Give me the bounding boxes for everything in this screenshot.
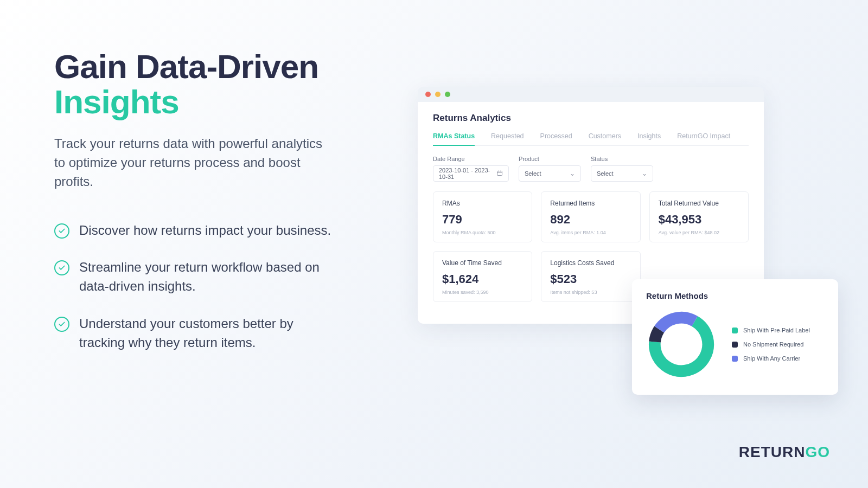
filter-status: Status Select ⌄ (591, 156, 653, 182)
window-titlebar (418, 87, 764, 102)
card-value: $43,953 (659, 213, 739, 227)
bullet-text: Discover how returns impact your busines… (79, 221, 331, 240)
card-title: Returned Items (550, 200, 631, 207)
tab-customers[interactable]: Customers (589, 132, 621, 145)
product-value: Select (525, 170, 541, 177)
calendar-icon (496, 170, 503, 178)
legend-label: Ship With Any Carrier (743, 355, 800, 362)
chevron-down-icon: ⌄ (570, 170, 575, 177)
legend-label: Ship With Pre-Paid Label (743, 327, 810, 333)
brand-text-2: GO (805, 444, 830, 460)
card-title: Logistics Costs Saved (550, 259, 631, 267)
product-select[interactable]: Select ⌄ (519, 165, 581, 182)
check-icon (54, 223, 69, 239)
date-range-value: 2023-10-01 - 2023-10-31 (439, 167, 496, 180)
tab-rmas-status[interactable]: RMAs Status (433, 132, 475, 145)
minimize-dot-icon[interactable] (435, 92, 441, 97)
maximize-dot-icon[interactable] (445, 92, 450, 97)
card-subtext: Monthly RMA quota: 500 (442, 230, 523, 235)
status-select[interactable]: Select ⌄ (591, 165, 653, 182)
card-value: $1,624 (442, 272, 523, 286)
brand-text-1: RETURN (739, 444, 806, 460)
card-title: RMAs (442, 200, 523, 207)
check-icon (54, 317, 69, 332)
card-logistics-saved: Logistics Costs Saved $523 Items not shi… (541, 251, 640, 302)
filters: Date Range 2023-10-01 - 2023-10-31 Produ… (433, 156, 749, 182)
bullet-item: Discover how returns impact your busines… (54, 221, 336, 240)
card-subtext: Items not shipped: 53 (550, 290, 631, 295)
tab-returngo-impact[interactable]: ReturnGO Impact (677, 132, 730, 145)
page-title: Returns Analytics (433, 113, 749, 124)
bullet-item: Understand your customers better by trac… (54, 314, 336, 352)
card-title: Value of Time Saved (442, 259, 523, 267)
donut-chart (646, 309, 717, 380)
card-subtext: Avg. items per RMA: 1.04 (550, 230, 631, 235)
filter-date-range: Date Range 2023-10-01 - 2023-10-31 (433, 156, 509, 182)
tabs: RMAs Status Requested Processed Customer… (433, 132, 749, 146)
headline-line1: Gain Data-Driven (54, 48, 318, 85)
filter-product: Product Select ⌄ (519, 156, 581, 182)
card-value: 892 (550, 213, 631, 227)
card-subtext: Avg. value per RMA: $48.02 (659, 230, 739, 235)
headline-line2: Insights (54, 84, 336, 119)
donut-body: Ship With Pre-Paid Label No Shipment Req… (646, 309, 824, 380)
tab-processed[interactable]: Processed (540, 132, 572, 145)
card-subtext: Minutes saved: 3,590 (442, 290, 523, 295)
filter-label: Status (591, 156, 653, 162)
card-time-saved: Value of Time Saved $1,624 Minutes saved… (433, 251, 532, 302)
bullet-text: Understand your customers better by trac… (79, 314, 336, 352)
subheadline: Track your returns data with powerful an… (54, 134, 336, 191)
swatch-icon (732, 328, 738, 333)
chevron-down-icon: ⌄ (642, 170, 647, 177)
legend-item: No Shipment Required (732, 341, 810, 348)
marketing-copy: Gain Data-Driven Insights Track your ret… (54, 49, 336, 371)
date-range-input[interactable]: 2023-10-01 - 2023-10-31 (433, 165, 509, 182)
headline: Gain Data-Driven Insights (54, 49, 336, 119)
donut-title: Return Methods (646, 291, 824, 300)
filter-label: Date Range (433, 156, 509, 162)
swatch-icon (732, 342, 738, 348)
card-rmas: RMAs 779 Monthly RMA quota: 500 (433, 191, 532, 242)
legend-item: Ship With Pre-Paid Label (732, 327, 810, 333)
status-value: Select (597, 170, 614, 177)
card-value: 779 (442, 213, 523, 227)
check-icon (54, 260, 69, 275)
tab-insights[interactable]: Insights (637, 132, 661, 145)
legend-label: No Shipment Required (743, 341, 803, 348)
svg-rect-0 (497, 171, 502, 175)
card-value: $523 (550, 272, 631, 286)
brand-logo: RETURNGO (739, 444, 830, 461)
tab-requested[interactable]: Requested (491, 132, 524, 145)
bullet-list: Discover how returns impact your busines… (54, 221, 336, 352)
swatch-icon (732, 356, 738, 362)
bullet-item: Streamline your return workflow based on… (54, 258, 336, 296)
card-returned-items: Returned Items 892 Avg. items per RMA: 1… (541, 191, 640, 242)
filter-label: Product (519, 156, 581, 162)
card-title: Total Returned Value (659, 200, 739, 207)
legend-item: Ship With Any Carrier (732, 355, 810, 362)
return-methods-card: Return Methods Ship With Pre-Paid Label … (632, 279, 838, 395)
bullet-text: Streamline your return workflow based on… (79, 258, 336, 296)
close-dot-icon[interactable] (425, 92, 431, 97)
card-total-value: Total Returned Value $43,953 Avg. value … (649, 191, 749, 242)
donut-legend: Ship With Pre-Paid Label No Shipment Req… (732, 327, 810, 362)
